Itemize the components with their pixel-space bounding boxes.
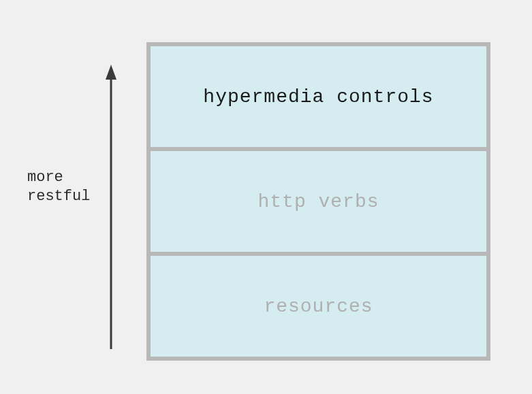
levels-container: hypermedia controls http verbs resources	[146, 42, 490, 361]
arrow-label-line1: more	[27, 169, 63, 186]
svg-marker-1	[106, 65, 116, 80]
level-label-bottom: resources	[264, 296, 373, 317]
arrow-label: more restful	[27, 168, 90, 206]
level-http-verbs: http verbs	[151, 151, 486, 252]
level-label-top: hypermedia controls	[203, 86, 433, 108]
arrow-label-line2: restful	[27, 188, 90, 205]
level-hypermedia: hypermedia controls	[151, 46, 486, 147]
level-label-middle: http verbs	[257, 191, 379, 212]
level-resources: resources	[151, 256, 486, 357]
up-arrow-icon	[104, 65, 118, 349]
